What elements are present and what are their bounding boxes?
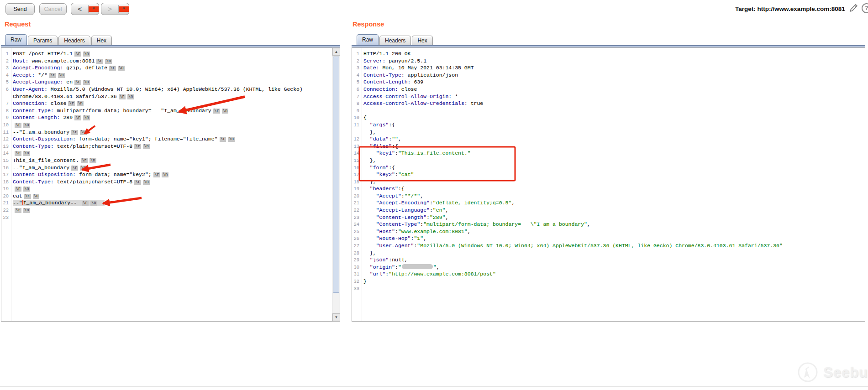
code-text: "Host":"www.example.com:8081", [363,229,471,234]
tab-response-raw[interactable]: Raw [357,34,379,45]
code-text: Content-Length: 289\r\n [13,114,90,120]
next-request-button[interactable]: > ▼ [101,3,129,15]
code-text: User-Agent: Mozilla/5.0 (Windows NT 10.0… [13,86,303,92]
tab-response-hex[interactable]: Hex [412,36,432,45]
chevron-down-icon[interactable]: ▼ [89,6,99,12]
crlf-badge: \r [109,66,116,71]
code-row: 4Content-Type: application/json [352,72,865,79]
crlf-badge: \r [81,158,88,163]
code-row: 14\r\n [1,150,331,157]
page: Send Cancel < ▼ > ▼ Target: http://www.e… [0,0,868,390]
line-number: 19 [352,186,359,193]
line-number: 18 [352,179,359,186]
crlf-badge: \r [96,59,103,64]
tab-request-raw[interactable]: Raw [5,34,27,45]
code-text: "files":{ [363,143,398,149]
code-row: 26 "Route-Hop":"1", [352,235,865,242]
code-text: "key1":"This_is_file_content." [363,150,471,156]
code-text: Content-Type: text/plain;charset=UTF-8\r… [13,179,150,185]
crlf-badge: \r [82,201,89,206]
tab-response-headers[interactable]: Headers [379,36,411,45]
code-text: Content-Disposition: form-data; name="ke… [13,136,235,142]
response-editor[interactable]: 1HTTP/1.1 200 OK2Server: panyun/2.5.13Da… [352,47,865,322]
code-text: Connection: close [363,86,417,92]
crlf-badge: \r [68,101,75,106]
code-row: Chrome/83.0.4103.61 Safari/537.36\r\n [1,93,331,100]
help-icon[interactable]: ? [862,3,868,13]
line-number: 19 [1,186,9,193]
code-row: 23 "Content-Length":"289", [352,214,865,221]
target-bar: Target: http://www.example.com:8081 [735,5,845,12]
request-title: Request [5,21,31,28]
crlf-badge: \n [23,187,30,192]
tab-request-headers[interactable]: Headers [58,36,90,45]
code-row: 2Host: www.example.com:8081\r\n [1,57,331,65]
line-number: 4 [1,72,9,79]
code-text: Host: www.example.com:8081\r\n [13,58,112,64]
code-text: --"I_am_a_boundary\r\n [13,165,87,171]
prev-arrow-icon: < [71,5,88,13]
line-number: 21 [1,200,9,207]
line-number: 11 [1,129,9,136]
code-row: 25 "Host":"www.example.com:8081", [352,228,865,235]
code-row: 9 [352,107,865,114]
code-row: 12Content-Disposition: form-data; name="… [1,135,331,143]
chevron-down-icon[interactable]: ▼ [119,6,129,12]
line-number: 24 [352,221,359,229]
request-scrollbar[interactable]: ▲ ▼ [332,48,340,321]
scroll-down-icon[interactable]: ▼ [332,313,340,321]
line-number: 7 [352,94,359,101]
seebug-logo-icon [796,360,819,385]
crlf-badge: \r [15,208,21,213]
crlf-badge: \r [74,52,81,57]
crlf-badge: \n [143,180,150,185]
crlf-badge: \r [213,109,220,114]
code-row: 18Content-Type: text/plain;charset=UTF-8… [1,178,331,186]
code-row: 18 }, [352,178,865,186]
line-number: 23 [1,214,9,222]
request-editor[interactable]: 1POST /post HTTP/1.1\r\n2Host: www.examp… [1,47,340,322]
tab-request-hex[interactable]: Hex [91,36,112,45]
code-row: 15 }, [352,157,865,164]
code-text: "form":{ [363,165,395,171]
prev-request-button[interactable]: < ▼ [71,3,99,15]
line-number: 3 [1,65,9,72]
crlf-badge: \n [80,166,87,171]
edit-target-pencil-icon[interactable] [848,3,859,14]
tab-request-params[interactable]: Params [28,36,58,45]
cancel-button[interactable]: Cancel [39,3,67,15]
crlf-badge: \n [105,59,112,64]
code-row: 17Content-Disposition: form-data; name="… [1,171,331,178]
line-number: 17 [1,172,9,179]
code-row: 30 "origin":"", [352,264,865,271]
code-row: 8Access-Control-Allow-Credentials: true [352,100,865,107]
scrollbar-thumb[interactable] [333,57,339,293]
code-row: 17 "key2":"cat" [352,171,865,178]
crlf-badge: \n [58,73,65,78]
code-text: Content-Type: multipart/form-data; bound… [13,108,228,114]
code-text: Content-Type: text/plain;charset=UTF-8\r… [13,143,150,149]
line-number: 29 [352,257,359,264]
line-number: 2 [1,58,9,65]
line-number: 5 [352,79,359,86]
redacted-origin-blur [402,264,433,269]
code-text: Date: Mon, 10 May 2021 03:14:35 GMT [363,65,474,71]
code-row: 22\r\n [1,207,331,214]
code-text: Chrome/83.0.4103.61 Safari/537.36\r\n [13,94,134,99]
scroll-up-icon[interactable]: ▲ [332,48,340,56]
code-row: 3Date: Mon, 10 May 2021 03:14:35 GMT [352,64,865,72]
target-url: http://www.example.com:8081 [758,5,845,12]
code-row: 6User-Agent: Mozilla/5.0 (Windows NT 10.… [1,86,331,93]
code-text: Content-Length: 639 [363,79,423,85]
line-number: 17 [352,172,359,179]
code-text: "Content-Length":"289", [363,214,448,220]
code-text: "url":"http://www.example.com:8081/post" [363,271,496,277]
code-text: Accept: */*\r\n [13,72,65,78]
code-row: 16 "form":{ [352,164,865,172]
page-bottom-divider [0,386,868,387]
code-text: Server: panyun/2.5.1 [363,58,426,64]
line-number: 18 [1,179,9,186]
send-button[interactable]: Send [5,3,35,15]
line-number: 7 [1,100,9,108]
line-number: 15 [352,157,359,165]
